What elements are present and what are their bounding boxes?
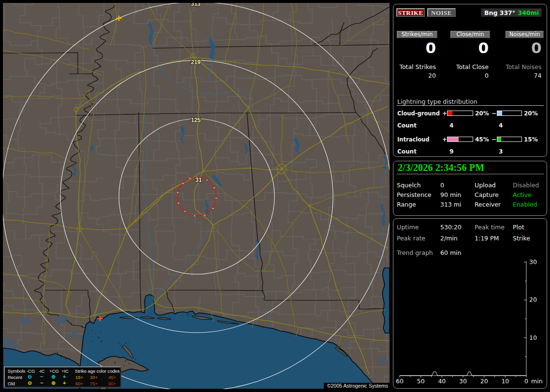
copyright-label: ©2005 Astrogenic Systems <box>324 383 390 389</box>
plus-sign-ic: + <box>442 136 447 143</box>
bearing-readout: Bng 337° 340mi <box>481 8 542 17</box>
status-divider <box>397 174 544 174</box>
legend-col-pos-ic: +IC <box>61 368 69 374</box>
symbol-pos-ic-recent: + <box>63 374 66 379</box>
ic-negative-pct: 15% <box>524 136 538 143</box>
ring-label-313: 313 <box>191 3 201 7</box>
trend-series-line <box>400 372 526 376</box>
map-canvas: 313 219 125 31 <box>3 3 390 389</box>
age-code-60: 60+ <box>75 381 83 386</box>
legend-col-neg-ic: -IC <box>39 368 44 374</box>
ic-count-label: Count <box>397 148 417 155</box>
legend-row-old-label: Old <box>8 381 15 386</box>
age-code-90: 90+ <box>108 381 116 386</box>
legend-col-pos-cg: +CG <box>49 368 59 374</box>
strikes-per-min-value: 0 <box>425 40 436 56</box>
trend-tick-label: 30 <box>459 378 467 385</box>
upload-value: Disabled <box>513 182 539 189</box>
symbol-pos-cg-recent: ⊕ <box>51 374 56 379</box>
cg-negative-bar <box>497 111 522 116</box>
distribution-divider <box>397 105 544 106</box>
legend-age-title: Strike age color codes <box>75 368 120 374</box>
cg-positive-count: 4 <box>449 122 453 129</box>
trend-tick-label: 20 <box>529 296 537 303</box>
trend-tick-label: 0 <box>524 378 528 385</box>
legend-symbols-title: Symbols <box>8 368 25 374</box>
ic-positive-bar-fill <box>448 137 459 141</box>
ring-label-31: 31 <box>195 177 202 183</box>
bearing-range-value: 340mi <box>518 9 539 17</box>
strike-legend: Symbols -CG -IC +CG +IC Strike age color… <box>4 366 121 388</box>
bearing-value: Bng 337° <box>484 9 515 17</box>
strike-tab-button[interactable]: STRIKE <box>396 8 425 17</box>
close-per-min-label: Close/min <box>450 31 490 38</box>
squelch-label: Squelch <box>397 182 421 189</box>
trend-tick-label: 10 <box>501 378 509 385</box>
age-code-15: 15+ <box>75 375 83 380</box>
receiver-value: Enabled <box>513 201 537 208</box>
ic-negative-count: 3 <box>499 148 503 155</box>
symbol-neg-ic-recent: − <box>40 374 43 379</box>
cg-negative-bar-fill <box>497 111 502 115</box>
symbol-neg-cg-recent: ⊖ <box>28 374 32 379</box>
squelch-value: 0 <box>440 182 444 189</box>
trend-tick-label: 40 <box>438 378 446 385</box>
trend-chart-axes <box>400 261 526 378</box>
cg-negative-count: 4 <box>499 122 503 129</box>
age-code-30: 30+ <box>90 375 98 380</box>
ic-positive-bar <box>447 137 473 142</box>
trend-tick-label: 30 <box>529 258 537 266</box>
ic-negative-bar-fill <box>497 137 501 141</box>
nexstorm-window: { "map": { "range_rings": { "labels": [ … <box>0 0 550 392</box>
total-close-label: Total Close <box>456 63 489 70</box>
ring-label-219: 219 <box>191 59 201 66</box>
symbol-neg-cg-old: ⊖ <box>28 380 32 386</box>
symbol-neg-ic-old: − <box>40 380 43 386</box>
cloud-ground-label: Cloud-ground <box>397 110 440 117</box>
capture-value: Active <box>513 191 532 198</box>
legend-row-recent-label: Recent <box>8 375 22 380</box>
lightning-map[interactable]: 313 219 125 31 Symbols -CG -IC +CG +IC S… <box>3 3 390 389</box>
capture-label: Capture <box>475 191 499 198</box>
minus-sign-cg: − <box>492 110 496 117</box>
intracloud-label: Intracloud <box>397 136 429 143</box>
noise-tab-button[interactable]: NOISE <box>427 8 456 17</box>
trend-tick-label: 60 <box>396 378 404 385</box>
strike-stats-panel: STRIKE NOISE Bng 337° 340mi Strikes/min … <box>393 4 547 157</box>
ic-positive-pct: 45% <box>475 136 489 143</box>
legend-col-neg-cg: -CG <box>27 368 35 374</box>
trend-chart: 1020306050403020100min <box>393 219 547 388</box>
noises-per-min-label: Noises/min <box>506 31 544 38</box>
total-strikes-label: Total Strikes <box>399 63 436 70</box>
total-noises-value: 74 <box>534 72 542 79</box>
range-value: 313 mi <box>440 201 461 208</box>
close-per-min-value: 0 <box>478 40 489 56</box>
ring-label-125: 125 <box>191 117 201 124</box>
cg-count-label: Count <box>397 122 417 129</box>
cg-positive-bar-fill <box>448 111 452 115</box>
total-close-value: 0 <box>485 72 489 79</box>
trend-tick-label: 20 <box>480 378 488 385</box>
trend-panel: Uptime 530:20 Peak time Plot Peak rate 2… <box>393 218 547 389</box>
minus-sign-ic: − <box>492 136 496 143</box>
symbol-pos-ic-old: + <box>63 380 66 386</box>
distribution-title: Lightning type distribution <box>397 98 478 105</box>
receiver-label: Receiver <box>475 201 501 208</box>
strikes-per-min-label: Strikes/min <box>397 31 437 38</box>
total-strikes-value: 20 <box>428 72 436 79</box>
persistence-value: 90 min <box>440 191 461 198</box>
plus-sign-cg: + <box>442 110 447 117</box>
cg-positive-pct: 20% <box>475 110 489 117</box>
status-panel: 2/3/2026 2:34:56 PM Squelch 0 Upload Dis… <box>393 161 547 216</box>
trend-tick-label: min <box>531 378 543 385</box>
noises-per-min-value: 0 <box>531 40 542 56</box>
trend-tick-label: 10 <box>529 334 537 341</box>
symbol-pos-cg-old: ⊕ <box>51 380 56 386</box>
persistence-label: Persistence <box>397 191 432 198</box>
cg-positive-bar <box>447 111 473 116</box>
datetime-display: 2/3/2026 2:34:56 PM <box>398 162 484 173</box>
ic-positive-count: 9 <box>449 148 453 155</box>
trend-tick-label: 50 <box>417 378 425 385</box>
age-code-75: 75+ <box>90 381 98 386</box>
cg-negative-pct: 20% <box>524 110 538 117</box>
